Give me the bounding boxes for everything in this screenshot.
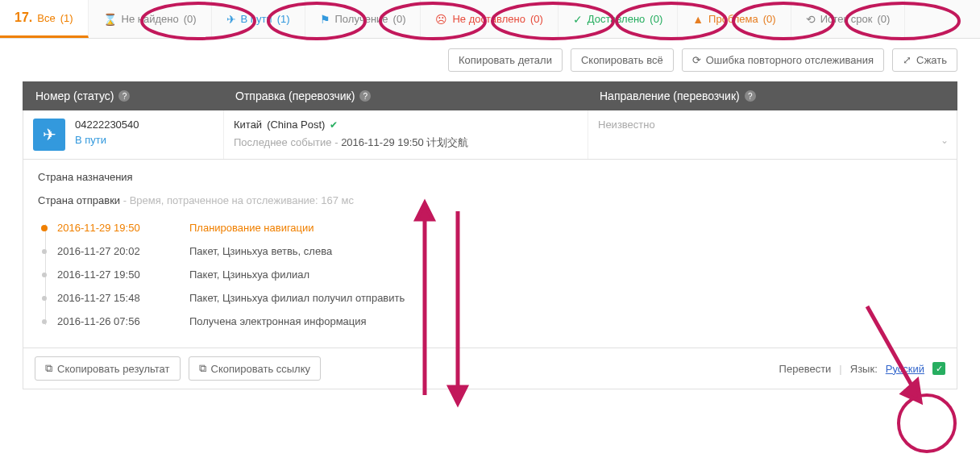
tab-label: Не доставлено	[452, 13, 525, 25]
tab-count: (0)	[650, 13, 662, 25]
tab-not-delivered[interactable]: ☹ Не доставлено (0)	[421, 0, 558, 38]
flag-icon: ⚑	[320, 13, 330, 26]
warning-icon: ▲	[692, 13, 704, 26]
details-footer: ⧉ Скопировать результат ⧉ Скопировать сс…	[23, 348, 957, 389]
collapse-button[interactable]: ⤢ Сжать	[892, 48, 957, 72]
last-event-text: 2016-11-29 19:50 计划交航	[341, 136, 468, 148]
tab-label: Все	[37, 12, 55, 24]
link-icon: ⧉	[199, 362, 206, 375]
tracking-details: Страна назначения Страна отправки - Врем…	[23, 160, 957, 348]
tab-problem[interactable]: ▲ Проблема (0)	[678, 0, 791, 38]
copy-link-button[interactable]: ⧉ Скопировать ссылку	[189, 356, 322, 381]
btn-label: Ошибка повторного отслеживания	[706, 54, 874, 66]
sad-icon: ☹	[435, 13, 447, 26]
tab-label: Доставлено	[588, 13, 646, 25]
help-icon[interactable]: ?	[745, 90, 756, 102]
verified-icon: ✔	[330, 119, 338, 131]
tab-label: Истек срок	[820, 13, 873, 25]
hourglass-icon: ⌛	[103, 13, 117, 26]
origin-country-label: Страна отправки	[38, 194, 120, 206]
tab-in-transit[interactable]: ✈ В пути (1)	[212, 0, 305, 38]
tracking-status: В пути	[75, 134, 139, 146]
event-desc: Пакет, Цзиньхуа филиал получил отправить	[189, 292, 405, 304]
tracking-number: 04222230540	[75, 119, 139, 131]
row-shipment-cell: Китай (China Post) ✔ Последнее событие -…	[223, 110, 588, 159]
expand-toggle[interactable]: ⌄	[941, 135, 949, 146]
copy-all-button[interactable]: Скопировать всё	[571, 48, 674, 72]
tab-label: Получение	[335, 13, 388, 25]
language-select[interactable]: Русский	[886, 363, 924, 375]
status-tabs: 17. Все (1) ⌛ Не найдено (0) ✈ В пути (1…	[0, 0, 980, 39]
event-row: 2016-11-27 19:50 Пакет, Цзиньхуа филиал	[57, 263, 942, 286]
refresh-icon: ⟳	[692, 54, 701, 66]
dest-carrier: Неизвестно	[598, 119, 655, 131]
origin-country: Китай	[234, 119, 262, 131]
event-list: 2016-11-29 19:50 Планирование навигации …	[38, 216, 942, 333]
event-time: 2016-11-27 19:50	[57, 268, 170, 281]
tab-label: Проблема	[708, 13, 758, 25]
origin-country-section: Страна отправки - Время, потраченное на …	[38, 194, 942, 206]
event-row: 2016-11-27 20:02 Пакет, Цзиньхуа ветвь, …	[57, 239, 942, 263]
col-header-number: Номер (статус) ?	[35, 89, 235, 102]
row-number-cell: ✈ 04222230540 В пути	[23, 110, 223, 159]
origin-carrier: (China Post)	[267, 119, 325, 131]
tracking-row[interactable]: ✈ 04222230540 В пути Китай (China Post) …	[23, 110, 957, 160]
clock-icon: ⟲	[806, 13, 816, 26]
divider: |	[839, 363, 841, 375]
last-event-label: Последнее событие -	[234, 136, 338, 148]
tab-count: (1)	[60, 12, 73, 24]
tracking-time-note: - Время, потраченное на отслеживание: 16…	[120, 194, 354, 206]
translate-checkbox[interactable]: ✓	[932, 362, 945, 375]
tab-delivered[interactable]: ✓ Доставлено (0)	[559, 0, 678, 38]
tab-label: Не найдено	[122, 13, 179, 25]
dest-country-label: Страна назначения	[38, 171, 942, 183]
logo-17-icon: 17.	[15, 10, 32, 25]
event-row: 2016-11-26 07:56 Получена электронная ин…	[57, 310, 942, 333]
collapse-icon: ⤢	[903, 54, 911, 66]
translate-link[interactable]: Перевести	[779, 363, 832, 375]
event-desc: Пакет, Цзиньхуа филиал	[189, 268, 309, 281]
language-label: Язык:	[850, 363, 878, 375]
tab-count: (0)	[877, 13, 890, 25]
event-time: 2016-11-27 20:02	[57, 245, 170, 257]
retrack-error-button[interactable]: ⟳ Ошибка повторного отслеживания	[682, 48, 884, 72]
col-header-shipment: Отправка (перевозчик) ?	[235, 89, 600, 102]
event-time: 2016-11-29 19:50	[57, 222, 170, 234]
help-icon[interactable]: ?	[118, 90, 130, 102]
table-header: Номер (статус) ? Отправка (перевозчик) ?…	[23, 81, 957, 110]
status-plane-icon: ✈	[33, 119, 65, 151]
tab-count: (0)	[184, 13, 197, 25]
event-row: 2016-11-29 19:50 Планирование навигации	[57, 216, 942, 239]
event-desc: Пакет, Цзиньхуа ветвь, слева	[189, 245, 332, 257]
tab-expired[interactable]: ⟲ Истек срок (0)	[791, 0, 906, 38]
help-icon[interactable]: ?	[359, 90, 371, 102]
tab-count: (0)	[763, 13, 776, 25]
copy-details-button[interactable]: Копировать детали	[448, 48, 563, 72]
plane-icon: ✈	[226, 13, 236, 26]
event-time: 2016-11-27 15:48	[57, 292, 170, 304]
copy-icon: ⧉	[45, 362, 52, 375]
event-time: 2016-11-26 07:56	[57, 315, 170, 327]
row-direction-cell: Неизвестно ⌄	[588, 110, 957, 159]
tab-all[interactable]: 17. Все (1)	[0, 0, 89, 38]
event-desc: Получена электронная информация	[189, 315, 367, 327]
btn-label: Сжать	[916, 54, 947, 66]
tab-not-found[interactable]: ⌛ Не найдено (0)	[89, 0, 212, 38]
tab-count: (1)	[277, 13, 290, 25]
tab-label: В пути	[241, 13, 272, 25]
tab-count: (0)	[393, 13, 406, 25]
col-header-direction: Направление (перевозчик) ?	[600, 89, 945, 102]
event-desc: Планирование навигации	[189, 222, 314, 234]
event-row: 2016-11-27 15:48 Пакет, Цзиньхуа филиал …	[57, 286, 942, 310]
copy-result-button[interactable]: ⧉ Скопировать результат	[35, 356, 181, 381]
tab-received[interactable]: ⚑ Получение (0)	[305, 0, 421, 38]
action-toolbar: Копировать детали Скопировать всё ⟳ Ошиб…	[0, 39, 980, 81]
check-icon: ✓	[573, 13, 583, 26]
tab-count: (0)	[530, 13, 543, 25]
